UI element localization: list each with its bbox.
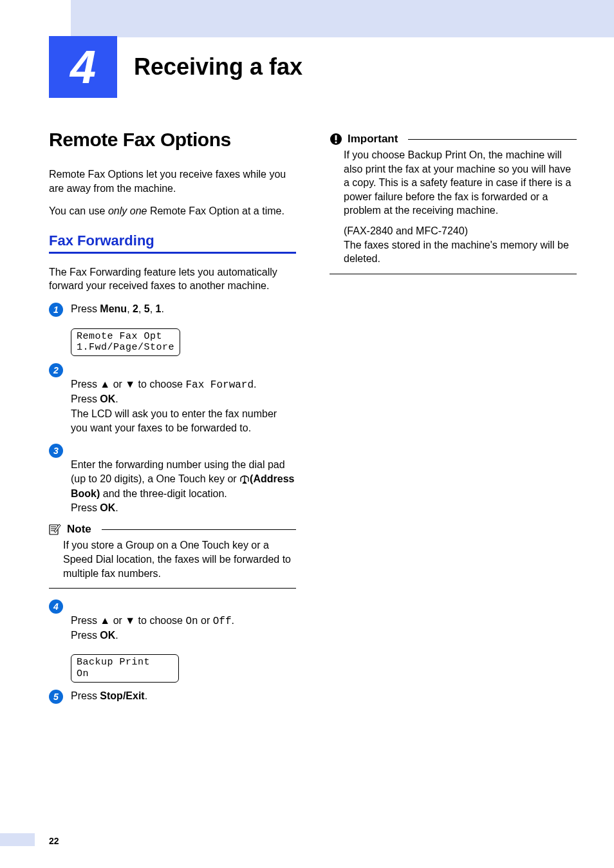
- key-menu: Menu: [100, 303, 127, 314]
- step-number-icon: 3: [49, 444, 63, 458]
- header-band: [71, 0, 614, 37]
- text: .: [115, 630, 118, 641]
- note-icon: [49, 524, 62, 535]
- chapter-number: 4: [49, 36, 117, 98]
- key-ok: OK: [100, 502, 115, 513]
- step-number-icon: 5: [49, 690, 63, 704]
- key-ok: OK: [100, 393, 115, 404]
- text: or: [198, 615, 213, 626]
- text: to choose: [135, 615, 185, 626]
- svg-rect-5: [335, 135, 337, 140]
- important-icon: [330, 133, 342, 146]
- note-body: If you store a Group on a One Touch key …: [49, 538, 296, 589]
- key-5: 5: [144, 303, 150, 314]
- lcd-option: Off: [213, 616, 232, 627]
- key-1: 1: [156, 303, 162, 314]
- step-4: 4 Press ▲ or ▼ to choose On or Off. Pres…: [49, 599, 296, 643]
- intro-p1: Remote Fax Options let you receive faxes…: [49, 167, 296, 195]
- text: Press: [71, 303, 100, 314]
- address-book-icon: [239, 474, 250, 484]
- emphasis: only one: [108, 205, 147, 216]
- text: or: [110, 379, 125, 390]
- step-body: Enter the forwarding number using the di…: [71, 443, 296, 515]
- key-2: 2: [133, 303, 138, 314]
- lcd-option: On: [185, 616, 198, 627]
- text: .: [162, 303, 164, 314]
- step-number-icon: 1: [49, 303, 63, 317]
- step-body: Press Stop/Exit.: [71, 689, 296, 703]
- chapter-header: 4 Receiving a fax: [49, 36, 302, 98]
- key-stop-exit: Stop/Exit: [100, 690, 144, 701]
- rule: [102, 529, 296, 530]
- note-title: Note: [67, 523, 91, 536]
- subsection-title: Fax Forwarding: [49, 232, 296, 254]
- left-column: Remote Fax Options Remote Fax Options le…: [49, 129, 296, 712]
- lcd-display-1: Remote Fax Opt 1.Fwd/Page/Store: [71, 328, 180, 357]
- down-arrow-icon: ▼: [125, 379, 135, 390]
- text: ,: [127, 303, 133, 314]
- step-number-icon: 4: [49, 599, 63, 614]
- step-body: Press ▲ or ▼ to choose On or Off. Press …: [71, 599, 296, 643]
- step-3: 3 Enter the forwarding number using the …: [49, 443, 296, 515]
- text: Press: [71, 690, 100, 701]
- key-ok: OK: [100, 630, 115, 641]
- text: to choose: [135, 379, 185, 390]
- page-number: 22: [49, 836, 59, 846]
- step-number-icon: 2: [49, 363, 63, 377]
- chapter-title: Receiving a fax: [117, 53, 302, 80]
- text: Remote Fax Option at a time.: [147, 205, 284, 216]
- text: ,: [138, 303, 144, 314]
- svg-point-6: [335, 141, 337, 143]
- step-body: Press Menu, 2, 5, 1.: [71, 302, 296, 316]
- text: ,: [150, 303, 156, 314]
- text: If you choose Backup Print On, the machi…: [344, 148, 577, 218]
- step-body: Press ▲ or ▼ to choose Fax Forward. Pres…: [71, 363, 296, 435]
- important-title: Important: [348, 133, 398, 146]
- right-column: Important If you choose Backup Print On,…: [330, 129, 577, 712]
- text: .: [145, 690, 147, 701]
- text: You can use: [49, 205, 108, 216]
- up-arrow-icon: ▲: [100, 615, 110, 626]
- note-callout: Note If you store a Group on a One Touch…: [49, 523, 296, 589]
- section-title: Remote Fax Options: [49, 129, 296, 151]
- important-body: If you choose Backup Print On, the machi…: [330, 148, 577, 274]
- up-arrow-icon: ▲: [100, 379, 110, 390]
- down-arrow-icon: ▼: [125, 615, 135, 626]
- lcd-display-2: Backup Print On: [71, 654, 179, 683]
- text: or: [110, 615, 125, 626]
- text: Press: [71, 379, 100, 390]
- intro-p2: You can use only one Remote Fax Option a…: [49, 204, 296, 218]
- step-5: 5 Press Stop/Exit.: [49, 689, 296, 704]
- text: .: [115, 502, 118, 513]
- important-callout: Important If you choose Backup Print On,…: [330, 133, 577, 274]
- rule: [408, 139, 577, 140]
- lcd-option: Fax Forward: [185, 379, 254, 391]
- step-1: 1 Press Menu, 2, 5, 1.: [49, 302, 296, 317]
- text: (FAX-2840 and MFC-7240) The faxes stored…: [344, 224, 577, 266]
- text: Press: [71, 615, 100, 626]
- step-2: 2 Press ▲ or ▼ to choose Fax Forward. Pr…: [49, 363, 296, 435]
- page-number-band: [0, 833, 35, 846]
- forwarding-intro: The Fax Forwarding feature lets you auto…: [49, 265, 296, 293]
